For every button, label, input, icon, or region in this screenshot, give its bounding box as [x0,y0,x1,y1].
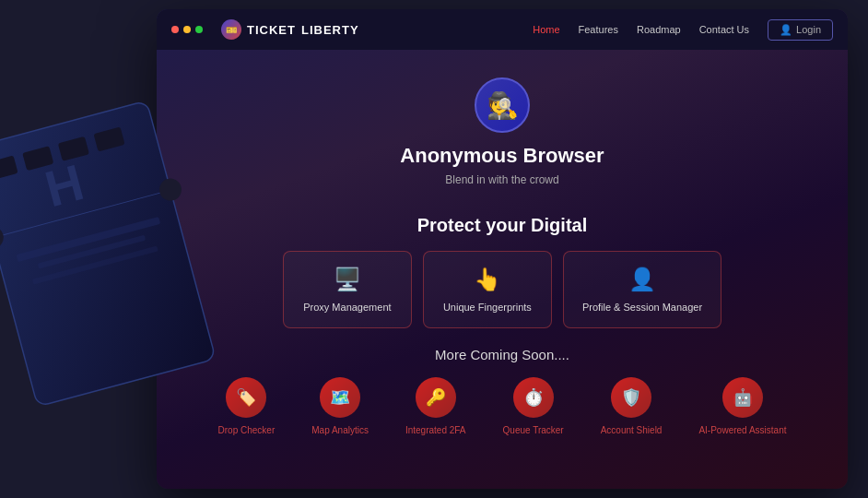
coming-drop-checker[interactable]: 🏷️ Drop Checker [218,377,276,435]
browser-chrome-bar: 🎫 TICKET LIBERTY Home Features Roadmap C… [157,9,848,50]
nav-home[interactable]: Home [533,24,559,35]
hero-title: Anonymous Browser [184,144,820,168]
svg-rect-10 [38,235,146,269]
maximize-dot [195,26,203,33]
coming-2fa[interactable]: 🔑 Integrated 2FA [405,377,466,435]
svg-text:H: H [40,153,89,218]
account-shield-label: Account Shield [601,425,663,435]
section-heading: Protect your Digital [184,215,820,236]
svg-rect-1 [0,190,170,239]
account-shield-icon: 🛡️ [611,377,651,418]
feature-card-fingerprints[interactable]: 👆 Unique Fingerprints [423,251,552,328]
2fa-label: Integrated 2FA [405,425,466,435]
window-controls [171,26,203,33]
svg-rect-5 [22,146,53,171]
minimize-dot [183,26,191,33]
coming-soon-section: More Coming Soon.... 🏷️ Drop Checker 🗺️ … [184,347,820,435]
nav-roadmap[interactable]: Roadmap [637,24,681,35]
hero-subtitle: Blend in with the crowd [184,173,820,186]
drop-checker-label: Drop Checker [218,425,276,435]
session-icon: 👤 [628,267,656,292]
ai-assistant-label: AI-Powered Assistant [698,425,786,435]
anon-browser-icon: 🕵️ [475,77,530,133]
coming-queue-tracker[interactable]: ⏱️ Queue Tracker [503,377,564,435]
browser-window: 🎫 TICKET LIBERTY Home Features Roadmap C… [157,9,848,489]
feature-cards-container: 🖥️ Proxy Management 👆 Unique Fingerprint… [184,251,820,328]
coming-map-analytics[interactable]: 🗺️ Map Analytics [311,377,369,435]
queue-tracker-icon: ⏱️ [513,377,554,418]
logo-text-right: LIBERTY [301,23,359,37]
map-analytics-label: Map Analytics [311,425,369,435]
feature-card-proxy[interactable]: 🖥️ Proxy Management [283,251,412,328]
fingerprints-label: Unique Fingerprints [443,302,532,313]
fingerprint-icon: 👆 [474,267,501,292]
login-button[interactable]: 👤 Login [768,19,833,41]
logo-text-left: TICKET [247,23,296,37]
coming-soon-grid: 🏷️ Drop Checker 🗺️ Map Analytics 🔑 Integ… [184,377,820,435]
queue-tracker-label: Queue Tracker [503,425,564,435]
drop-checker-icon: 🏷️ [226,377,266,418]
nav-bar: Home Features Roadmap Contact Us 👤 Login [533,19,833,41]
svg-rect-9 [17,217,161,262]
svg-rect-11 [32,246,158,285]
session-label: Profile & Session Manager [582,302,702,313]
proxy-label: Proxy Management [303,302,391,313]
logo-icon: 🎫 [221,19,241,40]
close-dot [171,26,179,33]
browser-content: 🕵️ Anonymous Browser Blend in with the c… [157,50,848,454]
map-analytics-icon: 🗺️ [320,377,360,418]
person-icon: 👤 [780,24,792,36]
hero-section: 🕵️ Anonymous Browser Blend in with the c… [184,68,820,215]
nav-contact[interactable]: Contact Us [699,24,749,35]
coming-account-shield[interactable]: 🛡️ Account Shield [601,377,663,435]
coming-soon-title: More Coming Soon.... [184,347,820,362]
svg-rect-7 [93,126,124,151]
svg-rect-4 [0,155,18,180]
svg-rect-6 [58,136,89,161]
nav-features[interactable]: Features [579,24,618,35]
coming-ai-assistant[interactable]: 🤖 AI-Powered Assistant [698,377,786,435]
site-logo: 🎫 TICKET LIBERTY [221,19,359,40]
2fa-icon: 🔑 [416,377,456,418]
feature-card-session[interactable]: 👤 Profile & Session Manager [563,251,721,328]
proxy-icon: 🖥️ [334,267,361,292]
svg-point-2 [0,224,6,251]
ai-assistant-icon: 🤖 [722,377,763,418]
